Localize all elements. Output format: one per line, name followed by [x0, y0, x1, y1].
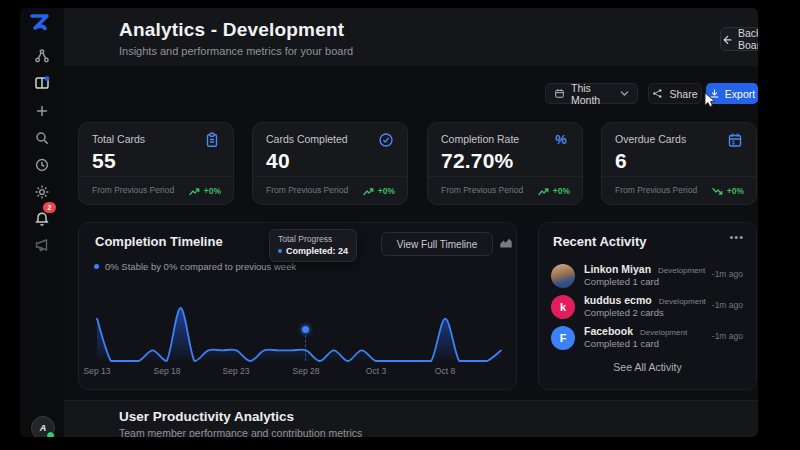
share-label: Share: [669, 88, 697, 100]
stat-value: 40: [266, 149, 290, 173]
mouse-cursor: [704, 92, 717, 109]
timeline-chart-svg[interactable]: [89, 297, 509, 363]
activity-detail: Completed 2 cards: [584, 307, 664, 318]
see-all-activity-link[interactable]: See All Activity: [539, 361, 756, 373]
activity-time: -1m ago: [712, 331, 743, 341]
notification-badge: 2: [43, 202, 56, 213]
calendar-icon: [727, 132, 743, 148]
area-chart-icon[interactable]: [499, 236, 513, 250]
stat-value: 55: [92, 149, 116, 173]
stat-label: Total Cards: [92, 133, 145, 145]
divider: [79, 176, 233, 177]
x-tick: Oct 8: [435, 366, 455, 376]
stat-value: 6: [615, 149, 627, 173]
app-logo-icon[interactable]: [28, 12, 54, 34]
activity-avatar-0[interactable]: [551, 264, 575, 288]
stat-label: Overdue Cards: [615, 133, 686, 145]
back-to-board-button[interactable]: Back to Board: [720, 27, 758, 51]
check-circle-icon: [378, 132, 394, 148]
productivity-subtitle: Team member performance and contribution…: [119, 427, 362, 437]
stat-delta: +0%: [538, 186, 570, 196]
share-icon: [652, 88, 663, 99]
legend-dot-icon: [94, 264, 99, 269]
share-button[interactable]: Share: [648, 83, 702, 104]
x-tick: Oct 3: [366, 366, 386, 376]
search-icon[interactable]: [34, 130, 50, 146]
page-subtitle: Insights and performance metrics for you…: [119, 45, 353, 57]
settings-gear-icon[interactable]: [34, 184, 50, 200]
x-tick: Sep 18: [154, 366, 181, 376]
chart-marker-point: [302, 326, 309, 333]
announcements-megaphone-icon[interactable]: [34, 237, 50, 253]
timeline-title: Completion Timeline: [95, 234, 223, 249]
stat-delta-value: +0%: [378, 186, 395, 196]
workspace-nodes-icon[interactable]: [34, 48, 50, 64]
stat-delta-value: +0%: [727, 186, 744, 196]
calendar-icon: [554, 88, 565, 99]
avatar-initial: k: [560, 301, 566, 313]
stat-delta: +0%: [189, 186, 221, 196]
history-icon[interactable]: [34, 157, 50, 173]
arrow-left-icon: [721, 34, 732, 45]
online-status-dot: [46, 431, 55, 437]
chart-marker-line: [305, 335, 306, 361]
productivity-section: User Productivity Analytics Team member …: [64, 400, 758, 437]
x-tick: Sep 13: [84, 366, 111, 376]
completion-timeline-card: Completion Timeline View Full Timeline 0…: [78, 222, 517, 390]
x-tick: Sep 28: [293, 366, 320, 376]
legend-text: 0% Stable by 0% compared to previous wee…: [105, 261, 296, 272]
activity-name: FacebookDevelopment: [584, 325, 687, 337]
stat-delta: +0%: [712, 186, 744, 196]
avatar-initial: F: [560, 332, 567, 344]
tooltip-title: Total Progress: [278, 234, 348, 244]
tooltip-value: Completed: 24: [286, 246, 348, 256]
activity-title: Recent Activity: [553, 234, 646, 249]
divider: [602, 176, 756, 177]
activity-name: Linkon MiyanDevelopment: [584, 263, 705, 275]
view-full-timeline-button[interactable]: View Full Timeline: [381, 232, 493, 256]
tooltip-series-dot-icon: [278, 249, 282, 253]
stat-footer: From Previous Period: [615, 185, 697, 195]
stat-card-cards-completed[interactable]: Cards Completed 40 From Previous Period …: [252, 122, 408, 205]
clipboard-icon: [204, 132, 220, 148]
boards-icon[interactable]: [34, 75, 50, 91]
activity-detail: Completed 1 card: [584, 276, 659, 287]
activity-time: -1m ago: [712, 269, 743, 279]
back-to-board-label: Back to Board: [738, 27, 758, 51]
add-icon[interactable]: [34, 103, 50, 119]
trend-up-icon: [363, 187, 374, 196]
activity-avatar-2[interactable]: F: [551, 326, 575, 350]
timeline-legend: 0% Stable by 0% compared to previous wee…: [94, 261, 296, 272]
activity-tag: Development: [659, 297, 706, 306]
notifications-bell-icon[interactable]: [34, 211, 50, 227]
stat-card-overdue-cards[interactable]: Overdue Cards 6 From Previous Period +0%: [601, 122, 757, 205]
chevron-down-icon: [620, 90, 629, 97]
activity-avatar-1[interactable]: k: [551, 295, 575, 319]
x-tick: Sep 23: [223, 366, 250, 376]
trend-down-icon: [712, 187, 723, 196]
activity-detail: Completed 1 card: [584, 338, 659, 349]
ellipsis-menu-icon[interactable]: •••: [729, 231, 744, 243]
activity-time: -1m ago: [712, 300, 743, 310]
app-window: 2 A Analytics - Development Insights and…: [20, 8, 758, 437]
stat-card-completion-rate[interactable]: Completion Rate % 72.70% From Previous P…: [427, 122, 583, 205]
stat-label: Cards Completed: [266, 133, 348, 145]
activity-tag: Development: [658, 266, 705, 275]
trend-up-icon: [538, 187, 549, 196]
recent-activity-card: Recent Activity ••• Linkon MiyanDevelopm…: [538, 222, 757, 390]
page-title: Analytics - Development: [119, 19, 344, 41]
divider: [253, 176, 407, 177]
sidebar: 2 A: [20, 8, 64, 437]
tooltip-value-row: Completed: 24: [278, 246, 348, 256]
stat-card-total-cards[interactable]: Total Cards 55 From Previous Period +0%: [78, 122, 234, 205]
chart-tooltip: Total Progress Completed: 24: [269, 229, 357, 262]
activity-tag: Development: [640, 328, 687, 337]
stat-footer: From Previous Period: [92, 185, 174, 195]
stat-footer: From Previous Period: [266, 185, 348, 195]
page-header: Analytics - Development Insights and per…: [64, 8, 758, 67]
trend-up-icon: [189, 187, 200, 196]
productivity-title: User Productivity Analytics: [119, 409, 294, 424]
stat-value: 72.70%: [441, 149, 513, 173]
stat-footer: From Previous Period: [441, 185, 523, 195]
period-select[interactable]: This Month: [545, 83, 638, 104]
